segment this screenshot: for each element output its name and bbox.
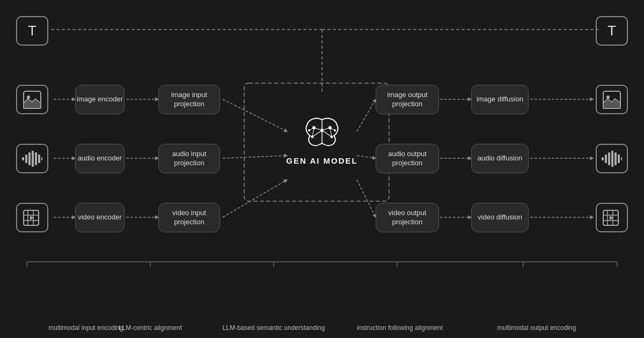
diagram: T T image encoder image input projection… bbox=[0, 0, 644, 338]
label-llm-centric: LLM-centric alignment bbox=[89, 324, 212, 333]
svg-rect-39 bbox=[41, 157, 42, 160]
svg-line-67 bbox=[312, 130, 322, 137]
text-input-icon: T bbox=[16, 16, 48, 46]
video-output-proj-box: video output projection bbox=[376, 203, 439, 232]
video-output-icon bbox=[596, 203, 628, 232]
audio-output-icon bbox=[596, 144, 628, 173]
svg-rect-44 bbox=[614, 152, 617, 165]
svg-line-65 bbox=[314, 128, 322, 130]
label-llm-semantic: LLM-based semantic understanding bbox=[212, 324, 335, 333]
svg-point-32 bbox=[606, 95, 610, 99]
svg-rect-36 bbox=[32, 151, 34, 167]
svg-line-68 bbox=[322, 130, 332, 137]
image-diffusion-box: image diffusion bbox=[471, 85, 529, 114]
svg-line-66 bbox=[322, 128, 330, 130]
image-output-icon bbox=[596, 85, 628, 114]
svg-rect-33 bbox=[22, 157, 24, 160]
video-encoder-box: video encoder bbox=[75, 203, 125, 232]
svg-rect-45 bbox=[618, 155, 620, 163]
video-input-proj-box: video input projection bbox=[158, 203, 220, 232]
svg-rect-34 bbox=[25, 155, 27, 163]
image-input-proj-box: image input projection bbox=[158, 85, 220, 114]
svg-rect-41 bbox=[605, 155, 607, 163]
svg-rect-38 bbox=[38, 155, 40, 163]
svg-point-30 bbox=[27, 95, 30, 99]
image-encoder-box: image encoder bbox=[75, 85, 125, 114]
svg-rect-35 bbox=[28, 152, 31, 165]
svg-rect-37 bbox=[35, 152, 37, 165]
text-output-icon: T bbox=[596, 16, 628, 46]
gen-ai-model-center: GEN AI MODEL bbox=[252, 86, 392, 193]
video-input-icon bbox=[16, 203, 48, 232]
audio-input-proj-box: audio input projection bbox=[158, 144, 220, 173]
svg-rect-40 bbox=[602, 157, 604, 160]
label-multimodal-output: multimodal output encoding bbox=[462, 324, 612, 333]
brain-icon bbox=[301, 114, 343, 152]
label-instruction-following: instruction following alignment bbox=[338, 324, 462, 333]
gen-ai-label: GEN AI MODEL bbox=[286, 156, 357, 165]
image-input-icon bbox=[16, 85, 48, 114]
svg-rect-42 bbox=[608, 152, 610, 165]
audio-input-icon bbox=[16, 144, 48, 173]
audio-encoder-box: audio encoder bbox=[75, 144, 125, 173]
audio-diffusion-box: audio diffusion bbox=[471, 144, 529, 173]
video-diffusion-box: video diffusion bbox=[471, 203, 529, 232]
svg-rect-43 bbox=[611, 151, 613, 167]
svg-rect-46 bbox=[621, 157, 622, 160]
